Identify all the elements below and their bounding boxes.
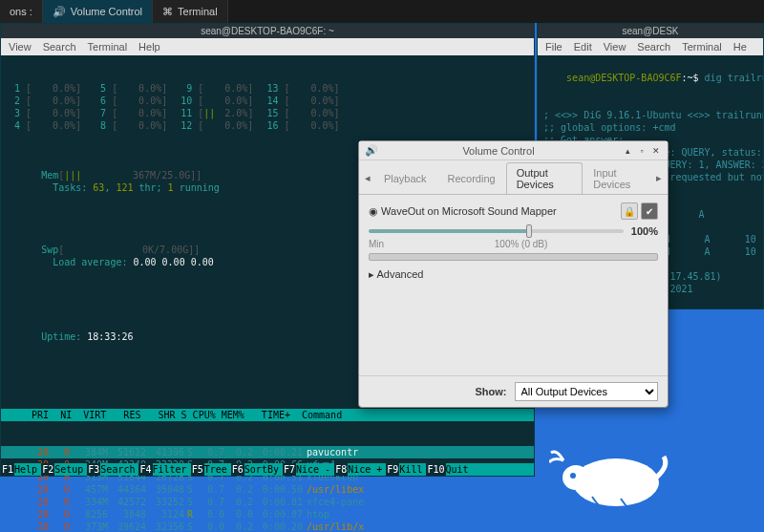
window-titlebar[interactable]: 🔊 Volume Control ▴ ▫ ✕ [359,141,668,160]
volume-slider[interactable] [369,229,624,233]
target-icon: ◉ [369,205,378,218]
set-default-button[interactable]: ✔ [641,202,658,220]
minimize-button[interactable]: ▴ [622,145,633,157]
svg-point-1 [562,465,589,490]
window-title: Volume Control [378,145,619,157]
volume-control-window: 🔊 Volume Control ▴ ▫ ✕ ◂ Playback Record… [358,140,668,408]
taskbar-prefix: ons : [0,0,43,23]
menu-terminal[interactable]: Terminal [88,41,128,53]
xfce-mouse-logo [549,439,673,516]
speaker-icon: 🔊 [53,6,66,18]
process-row[interactable]: 200825638483124R0.00.00:00.07htop [1,508,534,521]
menu-file[interactable]: File [545,41,562,53]
menu-search[interactable]: Search [637,41,670,53]
menu-view[interactable]: View [604,41,626,53]
menu-help[interactable]: He [733,41,747,53]
show-label: Show: [369,386,507,397]
terminal-menu: File Edit View Search Terminal He [538,38,763,55]
svg-point-2 [570,473,576,479]
slider-thumb[interactable] [526,224,532,238]
audio-icon: 🔊 [365,144,378,157]
tab-scroll-right[interactable]: ▸ [653,172,664,184]
terminal-icon: ⌘ [162,6,173,18]
tab-scroll-left[interactable]: ◂ [363,172,373,184]
menu-search[interactable]: Search [43,41,76,53]
terminal-menu: View Search Terminal Help [1,38,534,55]
process-row[interactable]: 200457M4436435048S0.70.20:00.50/usr/libe… [1,483,534,496]
menu-view[interactable]: View [9,41,32,53]
tab-output-devices[interactable]: Output Devices [506,162,584,194]
slider-min-label: Min [369,239,384,249]
process-row[interactable]: 200384M5161241396S0.70.20:00.21pavucontr [1,446,534,458]
slider-max-label: 100% (0 dB) [495,239,548,249]
check-icon: ✔ [646,206,653,217]
process-row[interactable]: 200373M3962432356S0.00.20:00.20/usr/lib/… [1,521,534,532]
menu-help[interactable]: Help [138,41,160,53]
tabs: ◂ Playback Recording Output Devices Inpu… [359,160,668,194]
taskbar-label: Volume Control [71,6,142,17]
show-footer: Show: All Output Devices [359,375,668,407]
window-title: sean@DESKTOP-BAO9C6F: ~ [1,24,534,38]
vu-meter [369,253,658,261]
tab-playback[interactable]: Playback [373,168,437,188]
process-row[interactable]: 200334M4257233252S0.70.20:00.81xfce4-pan… [1,496,534,508]
taskbar-volume-control[interactable]: 🔊 Volume Control [43,0,153,23]
device-name: WaveOut on Microsoft Sound Mapper [381,205,618,217]
menu-edit[interactable]: Edit [574,41,592,53]
show-select[interactable]: All Output Devices [515,382,659,401]
lock-icon: 🔒 [624,206,635,217]
taskbar-terminal[interactable]: ⌘ Terminal [153,0,228,23]
htop-footer: F1HelpF2SetupF3SearchF4FilterF5TreeF6Sor… [1,463,534,476]
window-title: sean@DESK [538,24,763,38]
tab-recording[interactable]: Recording [437,168,506,188]
taskbar-label: Terminal [178,6,218,17]
taskbar: ons : 🔊 Volume Control ⌘ Terminal [0,0,764,23]
lock-channels-button[interactable]: 🔒 [621,202,638,220]
maximize-button[interactable]: ▫ [636,145,647,157]
tab-panel: ◉ WaveOut on Microsoft Sound Mapper 🔒 ✔ … [359,194,668,375]
tab-input-devices[interactable]: Input Devices [583,162,653,194]
menu-terminal[interactable]: Terminal [682,41,722,53]
htop-columns: PRI NI VIRT RES SHR S CPU% MEM% TIME+ Co… [1,409,534,421]
advanced-expander[interactable]: Advanced [369,268,658,281]
volume-percent: 100% [631,225,658,237]
close-button[interactable]: ✕ [650,145,662,157]
